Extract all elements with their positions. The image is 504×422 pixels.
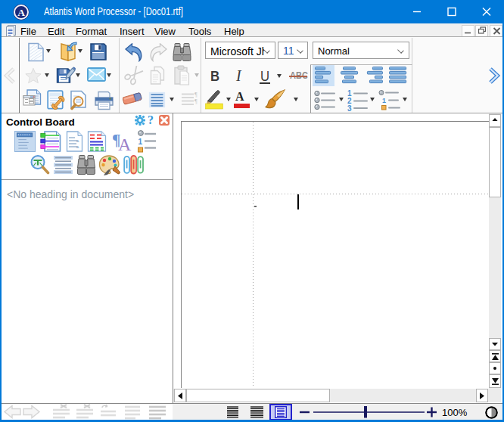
svg-text:A: A — [118, 135, 132, 152]
svg-text:1: 1 — [138, 138, 143, 146]
svg-text:1: 1 — [382, 97, 386, 104]
svg-text:¶: ¶ — [194, 98, 198, 105]
svg-text:¶: ¶ — [194, 92, 198, 98]
svg-text:3: 3 — [347, 104, 352, 112]
svg-text:A: A — [17, 7, 25, 18]
svg-text:a.: a. — [76, 138, 79, 143]
svg-text:a.: a. — [76, 144, 79, 149]
